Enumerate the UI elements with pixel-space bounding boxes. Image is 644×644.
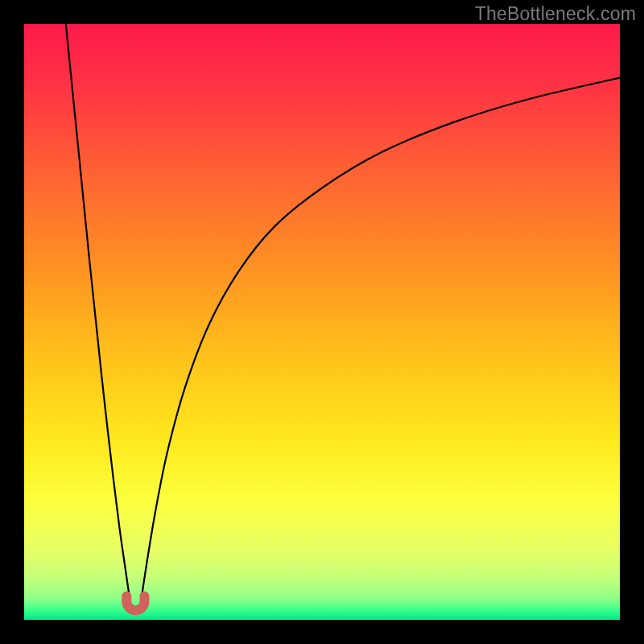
u-marker: [126, 596, 144, 610]
chart-frame: TheBottleneck.com: [0, 0, 644, 644]
curve-left-branch: [66, 24, 130, 602]
curve-right-branch: [141, 78, 620, 602]
plot-area: [24, 24, 620, 620]
watermark-text: TheBottleneck.com: [475, 3, 636, 25]
curves-layer: [24, 24, 620, 620]
